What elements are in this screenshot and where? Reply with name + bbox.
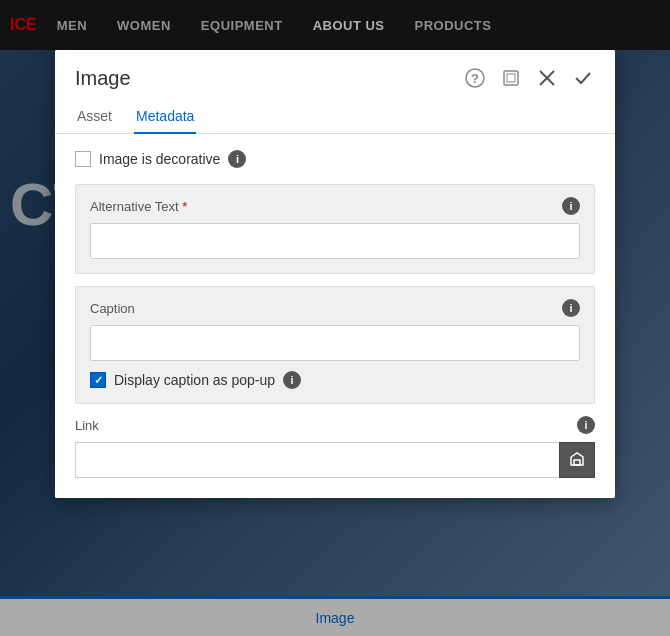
decorative-checkbox[interactable] — [75, 151, 91, 167]
decorative-info-icon[interactable]: i — [228, 150, 246, 168]
link-input[interactable] — [75, 442, 559, 478]
caption-label: Caption — [90, 301, 135, 316]
modal-tabs: Asset Metadata — [55, 90, 615, 134]
link-header: Link i — [75, 416, 595, 434]
caption-info-icon[interactable]: i — [562, 299, 580, 317]
tab-asset[interactable]: Asset — [75, 100, 114, 134]
link-input-row — [75, 442, 595, 478]
modal-title: Image — [75, 67, 131, 90]
confirm-icon[interactable] — [571, 66, 595, 90]
tab-metadata[interactable]: Metadata — [134, 100, 196, 134]
svg-rect-3 — [507, 74, 515, 82]
caption-header: Caption i — [90, 299, 580, 317]
fullscreen-icon[interactable] — [499, 66, 523, 90]
help-icon[interactable]: ? — [463, 66, 487, 90]
svg-rect-6 — [574, 460, 580, 465]
caption-popup-row: Display caption as pop-up i — [90, 371, 580, 389]
caption-input[interactable] — [90, 325, 580, 361]
alt-text-info-icon[interactable]: i — [562, 197, 580, 215]
modal-header: Image ? — [55, 50, 615, 90]
decorative-checkbox-row: Image is decorative i — [75, 150, 595, 168]
link-browse-button[interactable] — [559, 442, 595, 478]
link-section: Link i — [75, 416, 595, 478]
caption-popup-checkbox[interactable] — [90, 372, 106, 388]
image-modal: Image ? — [55, 50, 615, 498]
modal-action-buttons: ? — [463, 66, 595, 90]
caption-popup-label: Display caption as pop-up — [114, 372, 275, 388]
svg-text:?: ? — [471, 71, 479, 86]
alt-text-label: Alternative Text — [90, 199, 187, 214]
close-icon[interactable] — [535, 66, 559, 90]
modal-overlay: Image ? — [0, 0, 670, 636]
caption-popup-info-icon[interactable]: i — [283, 371, 301, 389]
caption-section: Caption i Display caption as pop-up i — [75, 286, 595, 404]
link-info-icon[interactable]: i — [577, 416, 595, 434]
alt-text-input[interactable] — [90, 223, 580, 259]
svg-rect-2 — [504, 71, 518, 85]
alt-text-header: Alternative Text i — [90, 197, 580, 215]
link-label: Link — [75, 418, 99, 433]
modal-body: Image is decorative i Alternative Text i… — [55, 134, 615, 498]
link-browse-icon — [569, 451, 585, 470]
alt-text-section: Alternative Text i — [75, 184, 595, 274]
decorative-label: Image is decorative — [99, 151, 220, 167]
